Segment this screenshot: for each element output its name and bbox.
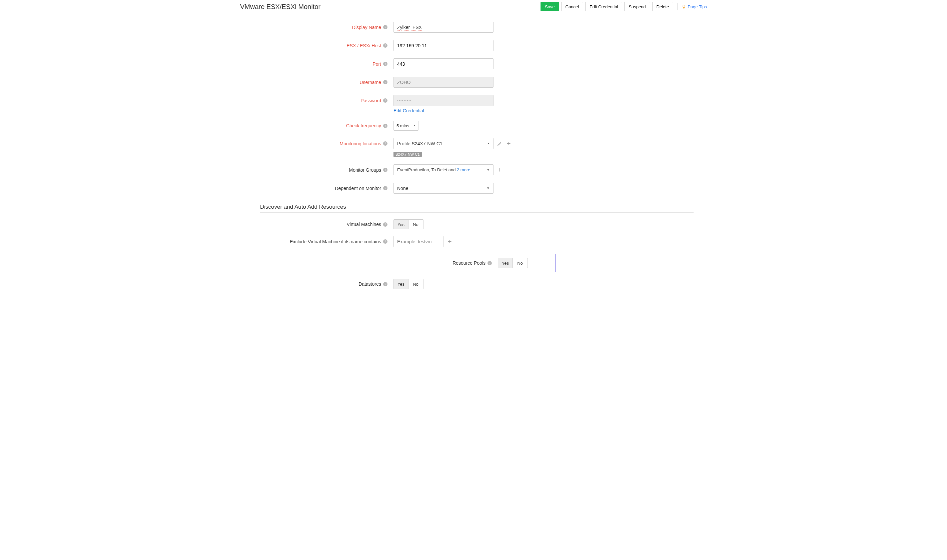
monitor-groups-select[interactable]: EventProduction, To Delet and 2 more ▼ [393,164,494,175]
info-icon[interactable]: i [383,186,388,190]
display-name-label: Display Namei [250,25,393,30]
info-icon[interactable]: i [383,124,388,128]
exclude-vm-input[interactable] [393,236,443,247]
toggle-yes[interactable]: Yes [498,258,513,268]
info-icon[interactable]: i [383,168,388,172]
info-icon[interactable]: i [488,261,492,265]
dependent-on-select[interactable]: None▼ [393,183,494,194]
datastores-label: Datastoresi [250,282,393,287]
delete-button[interactable]: Delete [652,2,674,11]
port-input[interactable] [393,58,494,69]
monitor-groups-label: Monitor Groupsi [250,167,393,173]
info-icon[interactable]: i [383,142,388,146]
page-tips-label: Page Tips [688,4,707,9]
datastores-toggle[interactable]: Yes No [393,279,423,289]
monitoring-locations-select[interactable]: Profile S24X7-NW-C1 ▲▼ [393,138,494,149]
pencil-icon[interactable] [497,141,502,146]
virtual-machines-toggle[interactable]: Yes No [393,219,423,229]
port-label: Porti [250,62,393,67]
info-icon[interactable]: i [383,62,388,66]
info-icon[interactable]: i [383,222,388,227]
plus-icon[interactable] [506,141,511,146]
password-label: Passwordi [250,98,393,103]
separator [677,3,678,10]
info-icon[interactable]: i [383,43,388,48]
info-icon[interactable]: i [383,25,388,29]
section-divider [260,212,694,213]
display-name-input[interactable]: Zylker_ESX [393,22,494,33]
info-icon[interactable]: i [383,239,388,244]
plus-icon[interactable] [447,238,453,244]
virtual-machines-label: Virtual Machinesi [250,222,393,227]
password-input [393,95,494,106]
check-frequency-select[interactable]: 5 mins ▲▼ [393,121,419,131]
info-icon[interactable]: i [383,98,388,103]
location-tag: S24X7-NW-C1 [393,152,422,157]
resource-pools-toggle[interactable]: Yes No [498,258,528,268]
dependent-on-label: Dependent on Monitori [250,186,393,191]
edit-credential-button[interactable]: Edit Credential [585,2,622,11]
monitoring-locations-label: Monitoring locationsi [250,141,393,146]
info-icon[interactable]: i [383,282,388,286]
resource-pools-label: Resource Poolsi [356,260,498,266]
section-discover-title: Discover and Auto Add Resources [260,204,697,210]
toggle-no[interactable]: No [408,220,423,229]
username-input [393,77,494,88]
top-bar: VMware ESX/ESXi Monitor Save Cancel Edit… [237,0,710,15]
info-icon[interactable]: i [383,80,388,84]
cancel-button[interactable]: Cancel [561,2,583,11]
host-label: ESX / ESXi Hosti [250,43,393,48]
plus-icon[interactable] [497,167,502,173]
save-button[interactable]: Save [540,2,559,11]
suspend-button[interactable]: Suspend [624,2,650,11]
page-tips-link[interactable]: Page Tips [682,4,707,9]
edit-credential-link[interactable]: Edit Credential [393,108,424,113]
action-bar: Save Cancel Edit Credential Suspend Dele… [540,2,707,11]
resource-pools-highlight: Resource Poolsi Yes No [356,254,556,272]
toggle-no[interactable]: No [408,279,423,289]
check-frequency-label: Check frequencyi [250,123,393,128]
toggle-yes[interactable]: Yes [393,219,408,229]
host-input[interactable] [393,40,494,51]
username-label: Usernamei [250,80,393,85]
monitor-form: Display Namei Zylker_ESX ESX / ESXi Host… [237,15,710,302]
toggle-yes[interactable]: Yes [393,279,408,289]
page-title: VMware ESX/ESXi Monitor [240,3,320,11]
toggle-no[interactable]: No [513,258,528,268]
lightbulb-icon [682,4,686,9]
exclude-vm-label: Exclude Virtual Machine if its name cont… [250,239,393,244]
